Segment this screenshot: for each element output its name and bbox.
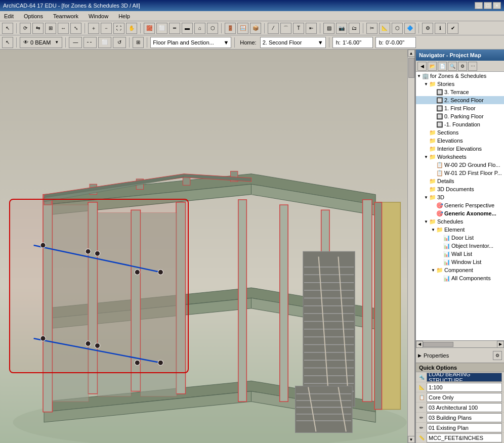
tree-item-interior-elev[interactable]: ▶📁Interior Elevations [416, 145, 504, 153]
tb-mirror[interactable]: ⇆ [32, 23, 44, 34]
tree-item-elevations[interactable]: ▶📁Elevations [416, 137, 504, 145]
tb-arrow-tool[interactable]: ↖ [2, 23, 13, 34]
quick-options-row-0[interactable]: 🔩 LOAD BEARING STRUCTURE [416, 372, 504, 382]
tb-info[interactable]: ℹ [435, 23, 446, 34]
quick-options-row-2[interactable]: 📋 Core Only [416, 392, 504, 403]
tb-window[interactable]: 🪟 [237, 23, 248, 34]
tree-item-w00[interactable]: ▶📋W-00 2D Ground Flo... [416, 161, 504, 169]
tree-item-first[interactable]: ▶🔲1. First Floor [416, 104, 504, 112]
nav-search-button[interactable]: 🔍 [448, 62, 457, 71]
minimize-button[interactable]: _ [475, 2, 483, 9]
menu-help[interactable]: Help [116, 12, 132, 20]
tb-morph[interactable]: 🔷 [404, 23, 415, 34]
tree-expander-worksheets[interactable]: ▼ [423, 154, 429, 160]
tree-item-terrace[interactable]: ▶🔲3. Terrace [416, 88, 504, 96]
tree-item-window-list[interactable]: ▶📊Window List [416, 258, 504, 266]
tb-shell[interactable]: ⬡ [207, 23, 218, 34]
tree-item-second[interactable]: ▶🔲2. Second Floor [416, 96, 504, 104]
tb-check[interactable]: ✔ [447, 23, 458, 34]
tb-zoom-out[interactable]: － [101, 23, 112, 34]
tree-item-stories[interactable]: ▼📁Stories [416, 80, 504, 88]
tb-arc[interactable]: ⌒ [280, 23, 291, 34]
properties-section[interactable]: ▶ Properties ⚙ [416, 348, 504, 363]
quick-options-row-3[interactable]: ✏ 03 Architectural 100 [416, 403, 504, 413]
tb-line-style-1[interactable]: — [69, 37, 82, 48]
tb-wall[interactable]: 🧱 [144, 23, 155, 34]
tb-fill[interactable]: ▨ [323, 23, 334, 34]
3d-scene[interactable] [0, 50, 414, 443]
tb-pointer-tool[interactable]: ↖ [2, 37, 13, 48]
tb-line[interactable]: ∕ [268, 23, 279, 34]
nav-folder-button[interactable]: 📂 [428, 62, 437, 71]
qo-value-2[interactable]: Core Only [427, 393, 502, 402]
tb-column[interactable]: ⬜ [156, 23, 167, 34]
tree-item-door-list[interactable]: ▶📊Door List [416, 234, 504, 242]
tree-item-all-components[interactable]: ▶📊All Components [416, 274, 504, 282]
scroll-thumb[interactable] [408, 58, 414, 78]
tree-expander-schedules[interactable]: ▼ [423, 218, 429, 225]
tree-hscroll[interactable]: ◀ ▶ [416, 341, 504, 348]
tree-item-3ddocs[interactable]: ▶📁3D Documents [416, 185, 504, 193]
tb-line-style-2[interactable]: ╴╴ [83, 37, 97, 48]
tree-item-parking[interactable]: ▶🔲0. Parking Floor [416, 112, 504, 120]
floor-dropdown[interactable]: 2. Second Floor ▼ [260, 37, 326, 48]
tb-roof[interactable]: ⌂ [194, 23, 205, 34]
tree-item-obj-inv[interactable]: ▶📊Object Inventor... [416, 242, 504, 250]
tree-item-element[interactable]: ▼📁Element [416, 226, 504, 234]
nav-settings-button[interactable]: ⚙ [458, 62, 467, 71]
menu-teamwork[interactable]: Teamwork [51, 12, 80, 20]
viewport-scrollbar[interactable]: ▲ ▼ [407, 50, 414, 443]
tree-item-component[interactable]: ▼📁Component [416, 266, 504, 274]
tb-settings[interactable]: ⚙ [422, 23, 433, 34]
menu-window[interactable]: Window [87, 12, 110, 20]
qo-value-4[interactable]: 03 Building Plans [427, 413, 502, 422]
tb-line-style-3[interactable]: ⬜ [98, 37, 111, 48]
quick-options-row-1[interactable]: 📐 1:100 [416, 382, 504, 392]
tb-text[interactable]: T [293, 23, 304, 34]
qo-value-0[interactable]: LOAD BEARING STRUCTURE [427, 373, 502, 382]
hscroll-left-button[interactable]: ◀ [416, 341, 423, 348]
tree-item-w01[interactable]: ▶📋W-01 2D First Floor P... [416, 169, 504, 177]
scroll-down-button[interactable]: ▼ [408, 436, 415, 443]
quick-options-row-4[interactable]: ✏ 03 Building Plans [416, 413, 504, 423]
qo-value-5[interactable]: 01 Existing Plan [427, 423, 502, 432]
properties-settings-button[interactable]: ⚙ [493, 351, 502, 360]
tree-item-generic-persp[interactable]: ▶🎯Generic Perspective [416, 201, 504, 209]
view-dropdown[interactable]: Floor Plan and Section... ▼ [150, 37, 231, 48]
tb-section[interactable]: ✂ [366, 23, 377, 34]
tb-zone[interactable]: ⬡ [392, 23, 403, 34]
tree-item-sections[interactable]: ▶📁Sections [416, 128, 504, 137]
tb-slab[interactable]: ▬ [182, 23, 193, 34]
quick-options-row-6[interactable]: 📏 MCC_FEET&INCHES [416, 433, 504, 443]
hscroll-right-button[interactable]: ▶ [497, 341, 504, 348]
quick-options-row-5[interactable]: ✏ 01 Existing Plan [416, 423, 504, 433]
tree-expander-root[interactable]: ▼ [416, 73, 422, 79]
qo-value-3[interactable]: 03 Architectural 100 [427, 403, 502, 412]
tree-item-wall-list[interactable]: ▶📊Wall List [416, 250, 504, 258]
tb-offset[interactable]: ⊞ [45, 23, 56, 34]
maximize-button[interactable]: □ [484, 2, 492, 9]
menu-edit[interactable]: Edit [2, 12, 16, 20]
tb-line-style-4[interactable]: ↺ [113, 37, 126, 48]
qo-value-1[interactable]: 1:100 [427, 383, 502, 392]
navigator-tree[interactable]: ▼🏢for Zones & Schedules▼📁Stories▶🔲3. Ter… [416, 72, 504, 341]
close-button[interactable]: × [493, 2, 501, 9]
tree-item-3d[interactable]: ▼📁3D [416, 193, 504, 201]
scroll-up-button[interactable]: ▲ [408, 50, 415, 57]
tb-object[interactable]: 📦 [250, 23, 261, 34]
tree-item-generic-axon[interactable]: ▶🎯Generic Axonome... [416, 209, 504, 217]
menu-options[interactable]: Options [22, 12, 45, 20]
tree-item-root[interactable]: ▼🏢for Zones & Schedules [416, 72, 504, 80]
scroll-track[interactable] [408, 57, 415, 436]
tb-dim[interactable]: ⇤ [306, 23, 317, 34]
tb-3d-doc[interactable]: 🗂 [349, 23, 360, 34]
hscroll-track[interactable] [423, 342, 497, 347]
viewport[interactable]: ▲ ▼ [0, 50, 415, 443]
tb-zoom-in[interactable]: ＋ [88, 23, 99, 34]
tb-elevation[interactable]: 📐 [379, 23, 390, 34]
tree-item-schedules[interactable]: ▼📁Schedules [416, 217, 504, 226]
tree-expander-stories[interactable]: ▼ [423, 81, 429, 87]
nav-new-button[interactable]: 📄 [438, 62, 447, 71]
nav-back-button[interactable]: ◀ [417, 62, 427, 71]
tree-item-foundation[interactable]: ▶🔲-1. Foundation [416, 120, 504, 128]
